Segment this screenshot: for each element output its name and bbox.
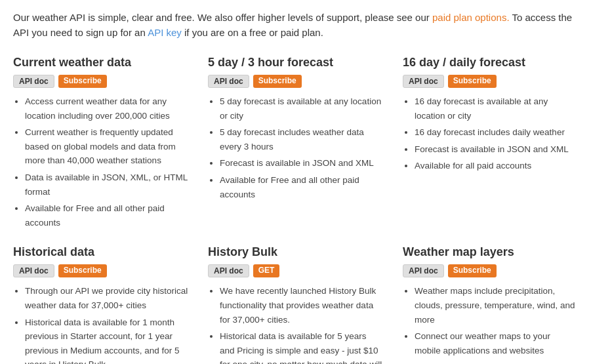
list-item: Available for Free and all other paid ac… [25,201,188,230]
card-list-weather-map: Weather maps include precipitation, clou… [403,284,578,364]
intro-text1: Our weather API is simple, clear and fre… [13,12,432,23]
api-doc-badge-16day-forecast[interactable]: API doc [403,75,444,88]
subscribe-badge-current-weather[interactable]: Subscribe [58,75,107,88]
card-current-weather: Current weather dataAPI docSubscribeAcce… [13,56,188,232]
list-item: Forecast is available in JSON and XML [415,142,578,157]
api-doc-badge-weather-map[interactable]: API doc [403,264,444,277]
list-item: 16 day forecast is available at any loca… [415,94,578,123]
card-title-history-bulk: History Bulk [208,245,383,259]
api-doc-badge-historical-data[interactable]: API doc [13,264,54,277]
badge-row-historical-data: API docSubscribe [13,264,188,277]
subscribe-badge-historical-data[interactable]: Subscribe [58,264,107,277]
list-item: Access current weather data for any loca… [25,94,188,123]
card-list-historical-data: Through our API we provide city historic… [13,284,188,364]
badge-row-16day-forecast: API docSubscribe [403,75,578,88]
list-item: Through our API we provide city historic… [25,284,188,312]
list-item: 16 day forecast includes daily weather [415,125,578,140]
list-item: Available for Free and all other paid ac… [220,173,383,201]
card-title-historical-data: Historical data [13,245,188,259]
subscribe-badge-weather-map[interactable]: Subscribe [448,264,497,277]
api-doc-badge-current-weather[interactable]: API doc [13,75,54,88]
list-item: Historical data is available for 1 month… [25,315,188,364]
badge-row-weather-map: API docSubscribe [403,264,578,277]
api-doc-badge-5day-forecast[interactable]: API doc [208,75,249,88]
card-weather-map: Weather map layersAPI docSubscribeWeathe… [403,245,578,364]
list-item: Use as layers in Direct Tiles, OpenLayer… [415,360,578,364]
list-item: Forecast is available in JSON and XML [220,156,383,171]
get-badge-history-bulk[interactable]: GET [253,264,280,277]
card-5day-forecast: 5 day / 3 hour forecastAPI docSubscribe5… [208,56,383,232]
badge-row-5day-forecast: API docSubscribe [208,75,383,88]
badge-row-history-bulk: API docGET [208,264,383,277]
list-item: Current weather is frequently updated ba… [25,125,188,168]
list-item: 5 day forecast includes weather data eve… [220,125,383,153]
list-item: Available for all paid accounts [415,159,578,173]
card-16day-forecast: 16 day / daily forecastAPI docSubscribe1… [403,56,578,232]
card-historical-data: Historical dataAPI docSubscribeThrough o… [13,245,188,364]
card-title-16day-forecast: 16 day / daily forecast [403,56,578,70]
list-item: 5 day forecast is available at any locat… [220,94,383,123]
card-list-current-weather: Access current weather data for any loca… [13,94,188,230]
list-item: Weather maps include precipitation, clou… [415,284,578,327]
subscribe-badge-16day-forecast[interactable]: Subscribe [448,75,497,88]
card-list-5day-forecast: 5 day forecast is available at any locat… [208,94,383,201]
api-key-link[interactable]: API key [148,27,182,38]
list-item: Data is available in JSON, XML, or HTML … [25,171,188,199]
list-item: Historical data is available for 5 years… [220,329,383,364]
card-title-5day-forecast: 5 day / 3 hour forecast [208,56,383,70]
card-list-16day-forecast: 16 day forecast is available at any loca… [403,94,578,173]
card-list-history-bulk: We have recently launched History Bulk f… [208,284,383,364]
card-title-current-weather: Current weather data [13,56,188,70]
card-title-weather-map: Weather map layers [403,245,578,259]
card-history-bulk: History BulkAPI docGETWe have recently l… [208,245,383,364]
api-doc-badge-history-bulk[interactable]: API doc [208,264,249,277]
intro-text3: if you are on a free or paid plan. [182,27,323,38]
list-item: We have recently launched History Bulk f… [220,284,383,327]
paid-plan-link[interactable]: paid plan options. [432,12,510,23]
badge-row-current-weather: API docSubscribe [13,75,188,88]
cards-grid: Current weather dataAPI docSubscribeAcce… [13,56,578,364]
intro-paragraph: Our weather API is simple, clear and fre… [13,10,578,40]
list-item: Connect our weather maps to your mobile … [415,329,578,357]
subscribe-badge-5day-forecast[interactable]: Subscribe [253,75,302,88]
